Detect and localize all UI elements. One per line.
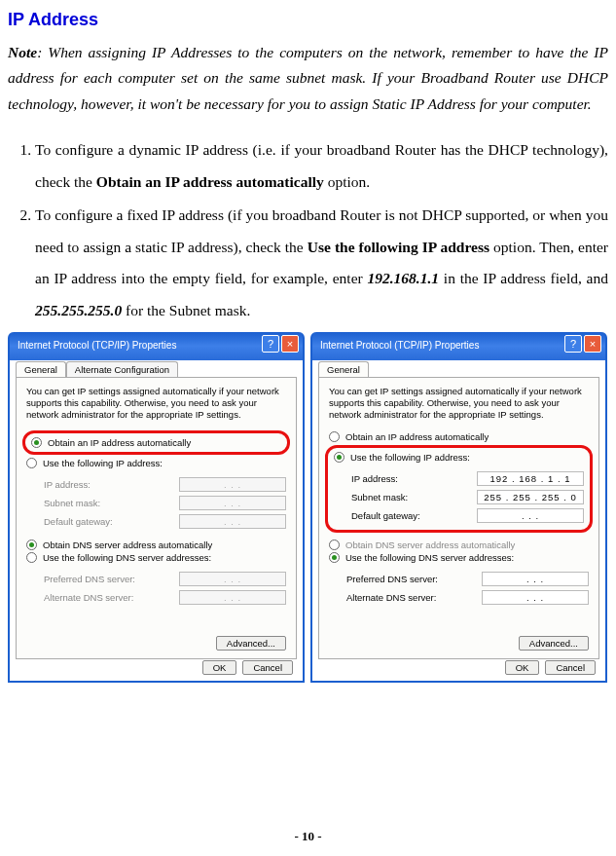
step-2-text-e: for the Subnet mask. xyxy=(122,302,250,318)
radio-obtain-ip[interactable]: Obtain an IP address automatically xyxy=(31,436,281,449)
ip-fields: IP address:. . . Subnet mask:. . . Defau… xyxy=(44,475,286,531)
intro-text: You can get IP settings assigned automat… xyxy=(26,386,286,421)
help-button[interactable]: ? xyxy=(564,335,582,353)
input-gateway[interactable]: . . . xyxy=(477,508,584,523)
radio-icon xyxy=(329,552,340,563)
panel: You can get IP settings assigned automat… xyxy=(16,377,297,659)
radio-use-ip-label: Use the following IP address: xyxy=(350,452,470,463)
radio-obtain-dns-label: Obtain DNS server address automatically xyxy=(43,540,212,550)
dialog-screenshots: Internet Protocol (TCP/IP) Properties ? … xyxy=(8,332,608,683)
step-2-ip: 192.168.1.1 xyxy=(367,270,439,286)
input-gateway: . . . xyxy=(179,514,286,529)
radio-use-dns-label: Use the following DNS server addresses: xyxy=(43,552,211,563)
intro-text: You can get IP settings assigned automat… xyxy=(329,386,589,421)
radio-icon xyxy=(334,452,344,463)
advanced-button[interactable]: Advanced... xyxy=(519,636,589,651)
input-subnet: . . . xyxy=(179,496,286,510)
dns-fields: Preferred DNS server:. . . Alternate DNS… xyxy=(44,570,286,607)
radio-icon xyxy=(31,437,42,448)
tabs: General xyxy=(318,361,605,377)
ip-fields: IP address:192 . 168 . 1 . 1 Subnet mask… xyxy=(351,469,584,525)
dialog-left: Internet Protocol (TCP/IP) Properties ? … xyxy=(8,332,305,683)
label-subnet: Subnet mask: xyxy=(351,492,408,502)
step-1-text-c: option. xyxy=(324,173,370,190)
radio-obtain-ip-label: Obtain an IP address automatically xyxy=(345,431,489,442)
input-pdns: . . . xyxy=(179,572,286,586)
close-button[interactable]: × xyxy=(281,335,299,353)
dialog-title: Internet Protocol (TCP/IP) Properties xyxy=(320,340,479,351)
radio-obtain-dns-label: Obtain DNS server address automatically xyxy=(345,540,515,550)
ok-button[interactable]: OK xyxy=(202,660,237,675)
radio-obtain-ip-label: Obtain an IP address automatically xyxy=(48,437,191,448)
input-ip[interactable]: 192 . 168 . 1 . 1 xyxy=(477,471,584,486)
radio-use-ip-label: Use the following IP address: xyxy=(43,458,163,468)
input-adns[interactable]: . . . xyxy=(482,590,589,605)
ok-button[interactable]: OK xyxy=(505,660,540,675)
tab-alternate[interactable]: Alternate Configuration xyxy=(66,361,178,377)
panel: You can get IP settings assigned automat… xyxy=(318,377,599,659)
steps-list: To configure a dynamic IP address (i.e. … xyxy=(8,134,608,326)
radio-use-dns[interactable]: Use the following DNS server addresses: xyxy=(26,551,286,564)
radio-obtain-ip[interactable]: Obtain an IP address automatically xyxy=(329,430,589,443)
input-ip: . . . xyxy=(179,477,286,492)
highlight-obtain-ip: Obtain an IP address automatically xyxy=(22,430,290,455)
advanced-button[interactable]: Advanced... xyxy=(216,636,286,651)
label-pdns: Preferred DNS server: xyxy=(44,574,135,584)
label-adns: Alternate DNS server: xyxy=(346,592,436,603)
section-title: IP Address xyxy=(8,10,608,30)
page-number: - 10 - xyxy=(0,829,616,844)
radio-use-dns-label: Use the following DNS server addresses: xyxy=(345,552,514,563)
label-subnet: Subnet mask: xyxy=(44,498,100,508)
step-2: To configure a fixed IP address (if you … xyxy=(35,200,608,326)
step-2-bold-1: Use the following IP address xyxy=(308,239,489,255)
label-ip: IP address: xyxy=(351,473,398,484)
close-button[interactable]: × xyxy=(584,335,601,353)
titlebar: Internet Protocol (TCP/IP) Properties ? … xyxy=(10,332,303,357)
note-body: : When assigning IP Addresses to the com… xyxy=(8,44,608,112)
radio-icon xyxy=(26,540,37,550)
cancel-button[interactable]: Cancel xyxy=(242,660,293,675)
cancel-button[interactable]: Cancel xyxy=(545,660,596,675)
note-label: Note xyxy=(8,44,37,60)
tab-general[interactable]: General xyxy=(318,361,369,377)
step-1: To configure a dynamic IP address (i.e. … xyxy=(35,134,608,198)
input-pdns[interactable]: . . . xyxy=(482,572,589,586)
highlight-use-ip: Use the following IP address: IP address… xyxy=(325,445,593,533)
dialog-right: Internet Protocol (TCP/IP) Properties ? … xyxy=(310,332,607,683)
radio-icon xyxy=(26,458,37,468)
label-ip: IP address: xyxy=(44,479,91,490)
dialog-title: Internet Protocol (TCP/IP) Properties xyxy=(18,340,176,351)
note-paragraph: Note: When assigning IP Addresses to the… xyxy=(8,40,608,117)
radio-use-ip[interactable]: Use the following IP address: xyxy=(26,457,286,469)
radio-icon xyxy=(26,552,37,563)
radio-obtain-dns: Obtain DNS server address automatically xyxy=(329,539,589,551)
radio-icon xyxy=(329,540,340,550)
help-button[interactable]: ? xyxy=(262,335,279,353)
dns-fields: Preferred DNS server:. . . Alternate DNS… xyxy=(346,570,589,607)
input-adns: . . . xyxy=(179,590,286,605)
titlebar: Internet Protocol (TCP/IP) Properties ? … xyxy=(312,332,605,357)
radio-use-dns[interactable]: Use the following DNS server addresses: xyxy=(329,551,589,564)
radio-obtain-dns[interactable]: Obtain DNS server address automatically xyxy=(26,539,286,551)
step-2-text-d: in the IP address field, and xyxy=(439,270,608,286)
step-2-mask: 255.255.255.0 xyxy=(35,302,122,318)
step-1-bold: Obtain an IP address automatically xyxy=(96,173,324,190)
label-pdns: Preferred DNS server: xyxy=(346,574,438,584)
radio-use-ip[interactable]: Use the following IP address: xyxy=(334,451,584,464)
input-subnet[interactable]: 255 . 255 . 255 . 0 xyxy=(477,490,584,504)
label-gateway: Default gateway: xyxy=(44,516,113,527)
label-adns: Alternate DNS server: xyxy=(44,592,133,603)
label-gateway: Default gateway: xyxy=(351,510,420,521)
tab-general[interactable]: General xyxy=(16,361,66,377)
tabs: General Alternate Configuration xyxy=(16,361,303,377)
radio-icon xyxy=(329,431,340,442)
